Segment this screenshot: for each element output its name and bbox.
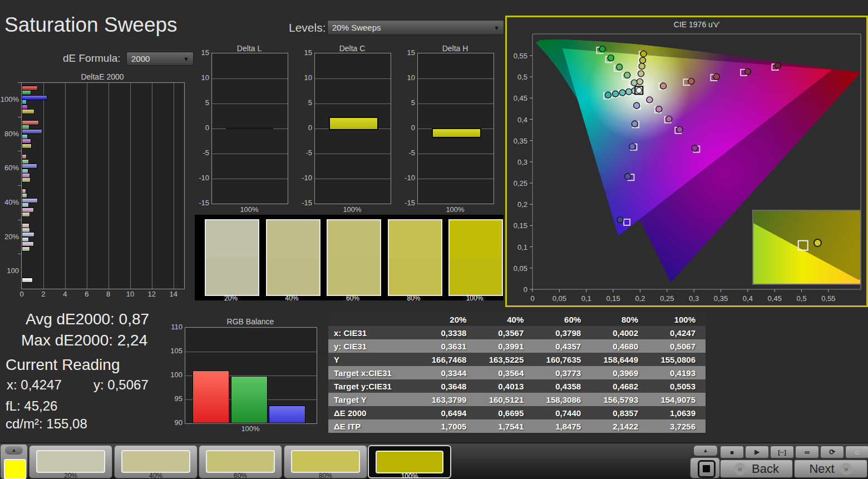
table-cell: 160,7635 — [534, 353, 591, 366]
cie-measured-marker-green — [631, 80, 637, 86]
swatch-pair — [388, 219, 442, 296]
patch-button-60[interactable]: 60% — [199, 445, 282, 478]
y-tick-label: 0,55 — [514, 52, 527, 60]
swatch-label: 60% — [327, 294, 379, 302]
back-button[interactable]: « Back — [720, 460, 793, 478]
table-cell: 154,9075 — [648, 393, 706, 406]
cdm2-value: cd/m²: 155,08 — [6, 416, 87, 432]
next-button[interactable]: Next » — [794, 460, 867, 478]
de-formula-dropdown[interactable]: 2000 ▼ — [126, 52, 194, 66]
x-tick-label: 0,25 — [660, 294, 674, 303]
results-table: 20%40%60%80%100%x: CIE310,33380,35670,37… — [328, 313, 706, 433]
cie-measured-marker-magenta — [647, 97, 653, 103]
row-label: ΔE 2000 — [328, 406, 419, 419]
row-label: Target y:CIE31 — [328, 379, 419, 393]
patch-swatch — [36, 450, 105, 473]
table-row: Target x:CIE310,33440,35640,37730,39690,… — [328, 366, 706, 379]
expand-up-icon[interactable]: ▲ — [5, 446, 23, 455]
row-label: ΔE ITP — [328, 419, 419, 433]
target-swatch — [267, 258, 319, 295]
table-cell: 163,3799 — [419, 393, 476, 406]
deltae-bar — [22, 246, 30, 251]
patch-button-80[interactable]: 80% — [284, 445, 367, 478]
x-tick-label: 0,3 — [689, 294, 699, 303]
table-cell: 1,8475 — [534, 419, 591, 433]
y-tick-label: 15 — [191, 48, 209, 57]
blue-balance-bar — [269, 406, 305, 423]
group-label: 20% — [0, 233, 19, 241]
row-label: x: CIE31 — [328, 326, 419, 339]
table-cell: 0,4680 — [591, 339, 648, 353]
y-tick-label: 10 — [294, 73, 312, 82]
cie-measured-marker-red — [688, 78, 694, 85]
levels-dropdown[interactable]: 20% Sweeps ▼ — [327, 20, 504, 35]
transport-expand-up-icon[interactable]: ▲ — [693, 445, 718, 456]
y-tick — [18, 151, 21, 151]
column-header: 80% — [591, 313, 648, 326]
patch-button-100[interactable]: 100% — [368, 445, 451, 478]
x-axis-label: 100% — [314, 205, 390, 214]
y-tick-label: 90 — [165, 418, 183, 427]
y-tick-label: 10 — [397, 73, 415, 82]
gridline — [418, 179, 494, 179]
cie-measured-marker-red — [713, 73, 719, 80]
table-cell: 0,5067 — [648, 339, 706, 353]
column-header — [328, 313, 419, 326]
y-tick-label: 10 — [191, 73, 209, 82]
table-row: Y166,7468163,5225160,7635158,6449155,080… — [328, 353, 706, 366]
play-icon: ▶ — [754, 448, 759, 456]
patch-button-20[interactable]: 20% — [29, 445, 112, 478]
gridline — [185, 352, 317, 352]
cie-measured-marker-green — [617, 64, 623, 70]
swatch-label: 100% — [448, 294, 501, 302]
cie-measured-marker-cyan — [626, 88, 632, 95]
sample-swatch[interactable] — [4, 459, 26, 479]
swatch-label: 40% — [266, 294, 318, 302]
x-tick-label: 0 — [18, 290, 26, 298]
patch-label: 100% — [369, 472, 450, 479]
y-tick-label: 0 — [397, 124, 415, 132]
green-balance-bar — [231, 376, 268, 423]
y-tick-label: 15 — [397, 48, 415, 57]
table-cell: 0,4013 — [476, 379, 534, 393]
table-cell: 0,4357 — [534, 339, 591, 353]
x-tick-label: 10 — [126, 290, 134, 298]
gridline — [174, 83, 174, 289]
row-label: Target Y — [328, 393, 419, 406]
cie-measured-marker-yellow — [637, 78, 643, 85]
cie-measured-marker-magenta — [692, 145, 698, 151]
table-cell: 0,3798 — [534, 326, 591, 339]
group-label: 60% — [0, 164, 19, 172]
swatch-label: 20% — [205, 294, 257, 302]
current-x-value: x: 0,4247 — [7, 377, 62, 393]
refresh-button[interactable]: ⟳ — [820, 446, 844, 458]
stop-button[interactable]: ■ — [720, 446, 744, 458]
deltae-bar — [22, 177, 31, 182]
sample-cell: ▲ — [1, 445, 27, 479]
y-tick-label: 5 — [294, 98, 312, 107]
x-tick-label: 0,45 — [768, 294, 782, 303]
cie-measured-marker-yellow — [639, 63, 645, 70]
gridline — [212, 154, 288, 154]
actual-swatch — [267, 220, 319, 258]
stop-icon: ■ — [730, 449, 734, 456]
pattern-window-button[interactable] — [690, 457, 720, 478]
play-button[interactable]: ▶ — [745, 446, 769, 458]
table-cell: 0,4682 — [591, 379, 648, 393]
indicator-button[interactable]: ○ — [845, 446, 868, 458]
y-tick-label: -10 — [294, 174, 312, 182]
table-cell: 156,5793 — [591, 393, 648, 406]
table-cell: 0,3567 — [476, 326, 534, 339]
x-axis-label: 100% — [185, 424, 316, 433]
y-tick-label: 0 — [191, 124, 209, 132]
gridline — [108, 83, 109, 289]
cie-measured-marker-red — [660, 83, 667, 89]
gridline — [212, 78, 288, 79]
patch-button-40[interactable]: 40% — [114, 445, 198, 478]
current-reading-label: Current Reading — [6, 356, 120, 374]
row-label: Target x:CIE31 — [328, 366, 419, 379]
pattern-button[interactable]: [··] — [770, 446, 794, 458]
y-tick-label: 0,4 — [517, 116, 527, 124]
y-tick-label: 100 — [165, 371, 183, 379]
loop-button[interactable]: ∞ — [795, 446, 819, 458]
